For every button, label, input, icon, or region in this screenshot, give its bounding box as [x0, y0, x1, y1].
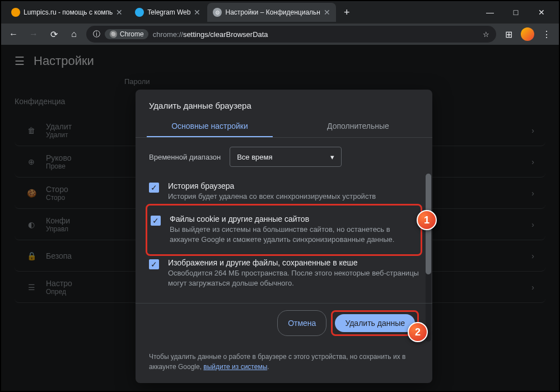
url-text: chrome://settings/clearBrowserData: [153, 30, 268, 39]
tab-telegram[interactable]: Telegram Web ✕: [129, 3, 206, 22]
site-info-icon[interactable]: ⓘ: [93, 29, 100, 39]
checkbox-checked-icon[interactable]: ✓: [149, 183, 159, 193]
dialog-title: Удалить данные браузера: [136, 90, 432, 115]
checkbox-checked-icon[interactable]: ✓: [149, 259, 159, 269]
close-icon[interactable]: ✕: [116, 8, 123, 17]
tab-label: Настройки – Конфиденциальн: [225, 8, 320, 16]
favicon-icon: [11, 8, 20, 17]
tab-basic[interactable]: Основные настройки: [136, 115, 284, 137]
highlight-cookies: ✓ Файлы cookie и другие данные сайтов Вы…: [146, 204, 422, 255]
dialog-tabs: Основные настройки Дополнительные: [136, 115, 432, 138]
select-value: Все время: [237, 153, 272, 161]
close-icon[interactable]: ✕: [194, 8, 200, 17]
callout-2: 2: [408, 322, 428, 342]
maximize-button[interactable]: □: [503, 1, 529, 24]
bookmark-icon[interactable]: ☆: [483, 30, 489, 39]
check-desc: Вы выйдете из системы на большинстве сай…: [170, 225, 417, 245]
forward-button[interactable]: →: [26, 26, 41, 42]
chevron-down-icon: ▾: [330, 153, 334, 161]
tab-settings[interactable]: ⚙ Настройки – Конфиденциальн ✕: [207, 3, 335, 22]
menu-button[interactable]: ⋮: [539, 26, 554, 42]
callout-1: 1: [417, 210, 437, 230]
check-desc: Освободится 264 МБ пространства. После э…: [168, 268, 419, 288]
check-title: Файлы cookie и другие данные сайтов: [170, 214, 417, 223]
new-tab-button[interactable]: +: [337, 7, 357, 18]
tab-lumpics[interactable]: Lumpics.ru - помощь с компь ✕: [6, 3, 128, 22]
titlebar: Lumpics.ru - помощь с компь ✕ Telegram W…: [1, 1, 559, 24]
home-button[interactable]: ⌂: [66, 26, 82, 42]
time-range-row: Временной диапазон Все время ▾: [149, 147, 419, 167]
dialog-note: Чтобы удалить данные о работе в браузере…: [136, 345, 432, 383]
delete-data-button[interactable]: Удалить данные: [335, 314, 415, 332]
check-cookies[interactable]: ✓ Файлы cookie и другие данные сайтов Вы…: [151, 209, 417, 250]
check-title: История браузера: [168, 181, 376, 190]
back-button[interactable]: ←: [6, 26, 21, 42]
reload-button[interactable]: ⟳: [46, 26, 62, 42]
highlight-confirm: Удалить данные: [331, 310, 419, 336]
tab-label: Lumpics.ru - помощь с компь: [24, 8, 113, 16]
signout-link[interactable]: выйдите из системы: [203, 363, 267, 371]
dialog-body: Временной диапазон Все время ▾ ✓ История…: [136, 138, 432, 303]
toolbar: ← → ⟳ ⌂ ⓘ 🔘 Chrome chrome://settings/cle…: [1, 24, 559, 45]
favicon-icon: [135, 8, 144, 17]
check-title: Изображения и другие файлы, сохраненные …: [168, 258, 419, 267]
check-cache[interactable]: ✓ Изображения и другие файлы, сохраненны…: [149, 253, 419, 294]
address-bar[interactable]: ⓘ 🔘 Chrome chrome://settings/clearBrowse…: [86, 26, 496, 43]
time-range-select[interactable]: Все время ▾: [230, 147, 342, 167]
window-controls: — □ ✕: [477, 1, 554, 24]
checkbox-checked-icon[interactable]: ✓: [151, 216, 161, 226]
page-content: ☰ Настройки Пароли Конфиденциа 🗑УдалитУд…: [1, 45, 559, 392]
close-window-button[interactable]: ✕: [529, 1, 554, 24]
gear-icon: ⚙: [213, 8, 222, 17]
time-range-label: Временной диапазон: [149, 153, 221, 161]
extensions-button[interactable]: ⊞: [501, 26, 516, 42]
clear-data-dialog: Удалить данные браузера Основные настрой…: [136, 90, 432, 383]
minimize-button[interactable]: —: [477, 1, 503, 24]
close-icon[interactable]: ✕: [324, 8, 330, 17]
dialog-footer: Отмена Удалить данные: [136, 303, 432, 345]
check-desc: История будет удалена со всех синхронизи…: [168, 192, 376, 202]
chrome-chip: 🔘 Chrome: [105, 29, 148, 39]
tab-label: Telegram Web: [147, 8, 190, 16]
profile-avatar[interactable]: [521, 27, 534, 41]
tab-advanced[interactable]: Дополнительные: [284, 115, 432, 137]
cancel-button[interactable]: Отмена: [277, 310, 326, 336]
check-history[interactable]: ✓ История браузера История будет удалена…: [149, 176, 419, 207]
